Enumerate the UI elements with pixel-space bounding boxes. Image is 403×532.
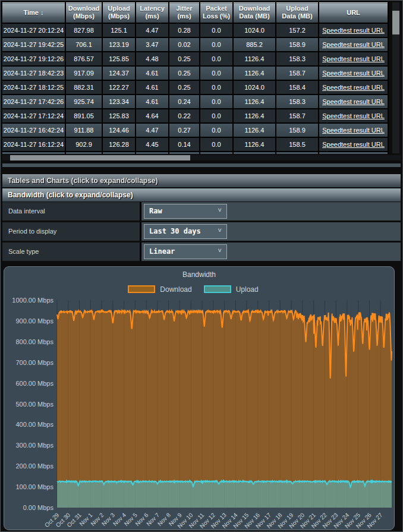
cell-packet-loss: 0.0 (200, 137, 233, 152)
cell-download-mbps: 882.31 (65, 80, 102, 95)
data-interval-label: Data interval (2, 202, 141, 221)
chart-title: Bandwidth (4, 270, 394, 279)
cell-packet-loss: 0.0 (200, 37, 233, 52)
cell-upload-mbps: 126.28 (102, 137, 136, 152)
cell-jitter: 0.27 (169, 123, 200, 137)
cell-jitter: 0.25 (169, 66, 200, 80)
speedtest-result-link[interactable]: Speedtest result URL (322, 98, 385, 105)
cell-upload-mbps: 124.37 (102, 66, 136, 80)
cell-download-data: 1126.4 (233, 109, 276, 123)
speedtest-result-link[interactable]: Speedtest result URL (322, 112, 385, 119)
cell-download-data: 1024.0 (233, 80, 276, 95)
speedtest-result-link[interactable]: Speedtest result URL (322, 27, 385, 34)
form-row-scale-type: Scale typeLinear˅ (2, 243, 401, 261)
column-header-upload-mbps-label: (Mbps) (108, 12, 130, 20)
cell-upload-data: 158.4 (276, 80, 319, 95)
table-row: 2024-11-27 18:12:25882.31122.274.610.250… (2, 80, 388, 95)
cell-download-mbps: 827.98 (65, 23, 102, 37)
cell-download-data: 1126.4 (233, 95, 276, 109)
speedtest-result-link[interactable]: Speedtest result URL (322, 141, 385, 148)
table-horizontal-scrollbar-thumb[interactable] (10, 155, 190, 160)
section-header-tables-and-charts[interactable]: Tables and Charts (click to expand/colla… (2, 174, 401, 187)
form-row-data-interval: Data intervalRaw˅ (2, 202, 401, 221)
cell-latency: 4.47 (136, 23, 169, 37)
cell-packet-loss: 0.0 (200, 95, 233, 109)
column-header-latency[interactable]: Latency(ms) (136, 3, 169, 23)
cell-latency: 4.45 (136, 137, 169, 152)
table-vertical-scrollbar-thumb[interactable] (392, 11, 399, 34)
bandwidth-chart-card: Bandwidth Download Upload 1000.00 Mbps90… (4, 266, 395, 530)
cell-latency: 4.47 (136, 123, 169, 137)
download-legend-label: Download (160, 285, 191, 294)
cell-packet-loss: 0.0 (200, 109, 233, 123)
table-vertical-scrollbar-track[interactable] (392, 2, 399, 153)
cell-upload-mbps: 122.27 (102, 80, 136, 95)
cell-upload-mbps: 123.34 (102, 95, 136, 109)
table-bottom-divider (2, 163, 401, 167)
speedtest-history-page: Time ↓Download(Mbps)Upload(Mbps)Latency(… (0, 0, 403, 532)
cell-upload-data: 158.5 (276, 137, 319, 152)
y-axis-tick-label: 800.00 Mbps (15, 338, 53, 345)
table-horizontal-scrollbar-track[interactable] (2, 155, 401, 160)
cell-jitter: 0.02 (169, 37, 200, 52)
upload-legend-label: Upload (236, 285, 259, 294)
column-header-packet-loss[interactable]: PacketLoss (%) (200, 3, 233, 23)
cell-url: Speedtest result URL (319, 123, 388, 137)
column-header-download-mbps[interactable]: Download(Mbps) (65, 3, 102, 23)
column-header-download-mbps-label: (Mbps) (73, 12, 95, 20)
cell-upload-mbps: 125.83 (102, 109, 136, 123)
column-header-url[interactable]: URL (319, 3, 388, 23)
cell-download-data: 1126.4 (233, 137, 276, 152)
column-header-download-data[interactable]: DownloadData (MB) (233, 3, 276, 23)
speedtest-result-link[interactable]: Speedtest result URL (322, 84, 385, 91)
cell-url: Speedtest result URL (319, 109, 388, 123)
cell-packet-loss: 0.0 (200, 80, 233, 95)
cell-download-data: 885.2 (233, 37, 276, 52)
cell-url: Speedtest result URL (319, 137, 388, 152)
column-header-time[interactable]: Time ↓ (2, 3, 65, 23)
table-row: 2024-11-27 16:12:24902.9126.284.450.140.… (2, 137, 388, 152)
column-header-upload-data[interactable]: UploadData (MB) (276, 3, 319, 23)
speedtest-result-link[interactable]: Speedtest result URL (322, 70, 385, 77)
data-interval-select[interactable]: Raw (144, 204, 227, 219)
table-row: 2024-11-27 18:42:23917.09124.374.610.250… (2, 66, 388, 80)
speedtest-result-link[interactable]: Speedtest result URL (322, 41, 385, 48)
column-header-latency-label: Latency (140, 5, 165, 12)
cell-jitter: 0.25 (169, 52, 200, 66)
cell-upload-data: 158.3 (276, 52, 319, 66)
scale-type-value-cell: Linear˅ (141, 243, 401, 261)
period-to-display-label: Period to display (2, 222, 141, 241)
cell-download-mbps: 891.05 (65, 109, 102, 123)
speedtest-result-link[interactable]: Speedtest result URL (322, 127, 385, 134)
cell-packet-loss: 0.0 (200, 123, 233, 137)
period-to-display-select[interactable]: Last 30 days (144, 224, 227, 239)
scale-type-label: Scale type (2, 243, 141, 261)
scale-type-select[interactable]: Linear (144, 244, 227, 259)
cell-url: Speedtest result URL (319, 52, 388, 66)
cell-upload-data: 158.9 (276, 37, 319, 52)
bandwidth-area-chart: 1000.00 Mbps900.00 Mbps800.00 Mbps700.00… (4, 267, 394, 530)
column-header-jitter[interactable]: Jitter(ms) (169, 3, 200, 23)
y-axis-tick-label: 200.00 Mbps (15, 462, 53, 470)
column-header-upload-data-label: Upload (286, 5, 308, 12)
table-scroll-gutter (389, 2, 401, 154)
column-header-packet-loss-label: Loss (%) (203, 12, 230, 20)
column-header-upload-mbps[interactable]: Upload(Mbps) (102, 3, 136, 23)
speedtest-result-link[interactable]: Speedtest result URL (322, 55, 385, 62)
cell-jitter: 0.24 (169, 95, 200, 109)
cell-latency: 4.61 (136, 95, 169, 109)
upload-legend-swatch (204, 285, 231, 293)
cell-time: 2024-11-27 16:42:24 (2, 123, 65, 137)
section-header-bandwidth[interactable]: Bandwidth (click to expand/collapse) (2, 188, 401, 202)
cell-jitter: 0.14 (169, 137, 200, 152)
cell-latency: 4.61 (136, 80, 169, 95)
cell-time: 2024-11-27 18:12:25 (2, 80, 65, 95)
cell-upload-mbps: 125.1 (102, 23, 136, 37)
y-axis-tick-label: 0.00 Mbps (23, 504, 54, 511)
table-header-row: Time ↓Download(Mbps)Upload(Mbps)Latency(… (2, 3, 388, 23)
cell-latency: 4.48 (136, 52, 169, 66)
table-row: 2024-11-27 17:42:26925.74123.344.610.240… (2, 95, 388, 109)
y-axis-tick-label: 100.00 Mbps (15, 483, 53, 490)
y-axis-tick-label: 700.00 Mbps (15, 358, 53, 366)
table-row: 2024-11-27 19:12:26876.57125.854.480.250… (2, 52, 388, 66)
